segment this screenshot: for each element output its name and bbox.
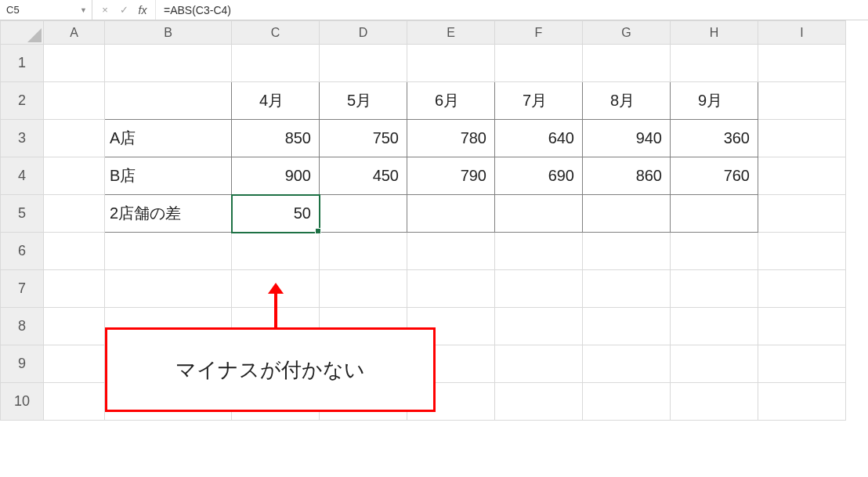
row-header-3[interactable]: 3 — [1, 120, 44, 157]
cell[interactable] — [407, 270, 495, 308]
cell[interactable] — [583, 383, 671, 421]
cell[interactable] — [44, 345, 105, 383]
cell[interactable] — [583, 45, 671, 82]
cell-storeA-9[interactable]: 360 — [671, 120, 758, 157]
cell[interactable] — [758, 157, 846, 195]
col-header-E[interactable]: E — [407, 21, 495, 45]
cell[interactable] — [495, 45, 583, 82]
cell-month-4[interactable]: 4月 — [232, 82, 320, 120]
row-header-5[interactable]: 5 — [1, 195, 44, 233]
row-header-6[interactable]: 6 — [1, 233, 44, 270]
cell[interactable] — [44, 195, 105, 233]
col-header-C[interactable]: C — [232, 21, 320, 45]
cell[interactable] — [583, 270, 671, 308]
cell[interactable] — [44, 82, 105, 120]
cell[interactable] — [758, 308, 846, 345]
col-header-D[interactable]: D — [320, 21, 407, 45]
cell[interactable] — [105, 270, 232, 308]
cell[interactable] — [671, 270, 758, 308]
cell[interactable] — [232, 233, 320, 270]
cell[interactable] — [758, 195, 846, 233]
name-box[interactable]: C5 ▼ — [0, 0, 92, 20]
cell-month-5[interactable]: 5月 — [320, 82, 407, 120]
cell[interactable] — [44, 120, 105, 157]
formula-input[interactable]: =ABS(C3-C4) — [156, 4, 868, 16]
row-header-7[interactable]: 7 — [1, 270, 44, 308]
col-header-I[interactable]: I — [758, 21, 846, 45]
cell-diff-9[interactable] — [671, 195, 758, 233]
cell-storeA-7[interactable]: 640 — [495, 120, 583, 157]
cell-month-7[interactable]: 7月 — [495, 82, 583, 120]
cell-storeB-label[interactable]: B店 — [105, 157, 232, 195]
cell-storeB-6[interactable]: 790 — [407, 157, 495, 195]
cell[interactable] — [758, 345, 846, 383]
cell[interactable] — [583, 233, 671, 270]
cell[interactable] — [671, 308, 758, 345]
cell-storeB-7[interactable]: 690 — [495, 157, 583, 195]
cancel-icon[interactable]: × — [96, 4, 114, 16]
cell[interactable] — [44, 157, 105, 195]
cell-month-8[interactable]: 8月 — [583, 82, 671, 120]
fx-icon[interactable]: fx — [133, 4, 152, 16]
cell[interactable] — [671, 383, 758, 421]
cell[interactable] — [583, 345, 671, 383]
cell-storeA-label[interactable]: A店 — [105, 120, 232, 157]
cell[interactable] — [407, 45, 495, 82]
cell-diff-label[interactable]: 2店舗の差 — [105, 195, 232, 233]
cell[interactable] — [671, 45, 758, 82]
cell-storeA-5[interactable]: 750 — [320, 120, 407, 157]
cell[interactable] — [105, 82, 232, 120]
enter-icon[interactable]: ✓ — [114, 4, 133, 16]
cell[interactable] — [44, 270, 105, 308]
row-header-1[interactable]: 1 — [1, 45, 44, 82]
cell-storeA-4[interactable]: 850 — [232, 120, 320, 157]
name-box-dropdown-icon[interactable]: ▼ — [80, 6, 87, 14]
col-header-F[interactable]: F — [495, 21, 583, 45]
cell-month-9[interactable]: 9月 — [671, 82, 758, 120]
cell[interactable] — [495, 233, 583, 270]
cell[interactable] — [495, 270, 583, 308]
cell[interactable] — [758, 383, 846, 421]
cell-diff-7[interactable] — [495, 195, 583, 233]
col-header-H[interactable]: H — [671, 21, 758, 45]
cell[interactable] — [495, 345, 583, 383]
cell[interactable] — [758, 120, 846, 157]
cell[interactable] — [44, 308, 105, 345]
cell[interactable] — [105, 45, 232, 82]
cell[interactable] — [105, 233, 232, 270]
cell-storeA-8[interactable]: 940 — [583, 120, 671, 157]
cell[interactable] — [671, 233, 758, 270]
cell[interactable] — [320, 45, 407, 82]
row-header-4[interactable]: 4 — [1, 157, 44, 195]
col-header-A[interactable]: A — [44, 21, 105, 45]
col-header-B[interactable]: B — [105, 21, 232, 45]
row-header-10[interactable]: 10 — [1, 383, 44, 421]
cell[interactable] — [320, 270, 407, 308]
cell[interactable] — [671, 345, 758, 383]
cell[interactable] — [495, 308, 583, 345]
cell-storeA-6[interactable]: 780 — [407, 120, 495, 157]
cell[interactable] — [320, 233, 407, 270]
select-all-corner[interactable] — [1, 21, 44, 45]
cell-storeB-4[interactable]: 900 — [232, 157, 320, 195]
cell-diff-6[interactable] — [407, 195, 495, 233]
cell[interactable] — [495, 383, 583, 421]
row-header-9[interactable]: 9 — [1, 345, 44, 383]
cell-storeB-8[interactable]: 860 — [583, 157, 671, 195]
row-header-2[interactable]: 2 — [1, 82, 44, 120]
cell-diff-8[interactable] — [583, 195, 671, 233]
cell-diff-5[interactable] — [320, 195, 407, 233]
cell-storeB-9[interactable]: 760 — [671, 157, 758, 195]
cell[interactable] — [407, 233, 495, 270]
cell[interactable] — [758, 45, 846, 82]
cell-month-6[interactable]: 6月 — [407, 82, 495, 120]
cell[interactable] — [758, 233, 846, 270]
row-header-8[interactable]: 8 — [1, 308, 44, 345]
cell[interactable] — [583, 308, 671, 345]
cell[interactable] — [44, 233, 105, 270]
col-header-G[interactable]: G — [583, 21, 671, 45]
cell-storeB-5[interactable]: 450 — [320, 157, 407, 195]
cell[interactable] — [758, 270, 846, 308]
cell-C5-selected[interactable]: 50 — [232, 195, 320, 233]
cell[interactable] — [44, 383, 105, 421]
